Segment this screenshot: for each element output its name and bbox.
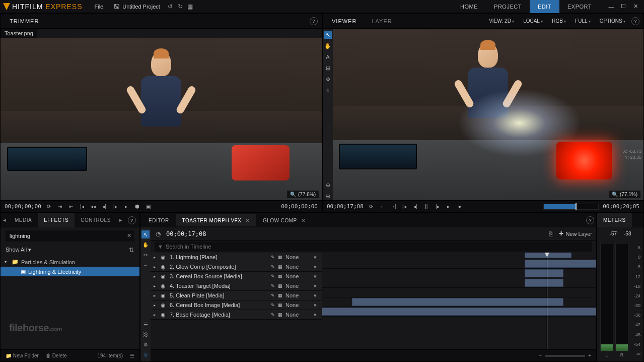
tab-comp-1[interactable]: TOASTER MORPH VFX✕ [176, 214, 256, 226]
menu-file[interactable]: File [89, 0, 108, 13]
layer-menu-icon[interactable]: ▾ [314, 264, 319, 270]
zoom-in-icon[interactable]: ⊕ [324, 192, 332, 200]
layer-menu-icon[interactable]: ▾ [314, 283, 319, 289]
undo-icon[interactable]: ↺ [165, 3, 175, 10]
layer-row[interactable]: ▸◉6. Cereal Box Image [Media]✎▦None▾ [151, 300, 322, 310]
step-back-icon[interactable]: ◂| [412, 203, 419, 210]
nav-home[interactable]: HOME [452, 0, 486, 13]
zoom-in-tl-icon[interactable]: + [588, 353, 591, 358]
edit-icon[interactable]: ✎ [271, 293, 275, 298]
mask-icon[interactable]: ▦ [278, 293, 282, 298]
slip-tool-icon[interactable]: ↔ [141, 261, 150, 269]
tree-item-selected[interactable]: ▣Lightning & Electricity [1, 267, 139, 276]
tab-controls[interactable]: CONTROLS [75, 213, 117, 227]
help-icon[interactable]: ? [631, 17, 639, 25]
marker-icon[interactable]: ⬢ [134, 203, 141, 210]
new-layer-button[interactable]: ✚New Layer [559, 230, 592, 237]
timeline-search-input[interactable] [155, 242, 592, 252]
help-icon[interactable]: ? [128, 216, 136, 224]
editor-timecode[interactable]: 00;00;17;08 [166, 230, 206, 237]
play-back-icon[interactable]: ◂| [101, 203, 108, 210]
zoom-out-icon[interactable]: ⊖ [324, 181, 332, 189]
visibility-icon[interactable]: ◉ [161, 254, 167, 261]
prev-frame-icon[interactable]: |◂ [79, 203, 86, 210]
orbit-tool-icon[interactable]: ○ [324, 86, 332, 94]
expand-icon[interactable]: ▸ [154, 284, 158, 288]
step-back-icon[interactable]: ◂◂ [90, 203, 97, 210]
options-menu[interactable]: OPTIONS [597, 17, 628, 25]
tab-media[interactable]: MEDIA [9, 213, 38, 227]
help-icon[interactable]: ? [310, 17, 318, 25]
layer-menu-icon[interactable]: ▾ [314, 254, 319, 261]
step-fwd-icon[interactable]: |▸ [434, 203, 441, 210]
blend-mode[interactable]: None [285, 312, 311, 318]
expand-icon[interactable]: ▸ [154, 313, 158, 317]
close-tab-icon[interactable]: ✕ [245, 218, 250, 223]
nav-project[interactable]: PROJECT [486, 0, 530, 13]
layer-row[interactable]: ▸◉7. Base Footage [Media]✎▦None▾ [151, 310, 322, 320]
zoom-out-tl-icon[interactable]: − [539, 353, 542, 358]
meters-tab[interactable]: METERS [597, 213, 632, 227]
move-tool-icon[interactable]: ✥ [324, 75, 332, 83]
export-icon[interactable]: ⎘ [547, 230, 554, 237]
visibility-icon[interactable]: ◉ [161, 292, 167, 299]
grid-icon[interactable]: ▦ [185, 3, 195, 10]
tracks-icon[interactable]: ☰ [141, 320, 150, 328]
tab-effects[interactable]: EFFECTS [38, 213, 75, 227]
settings-icon[interactable]: ⚙ [141, 340, 150, 348]
play-icon[interactable]: ▸ [123, 203, 130, 210]
visibility-icon[interactable]: ◉ [161, 302, 167, 309]
loop-icon[interactable]: ⟳ [45, 203, 52, 210]
expand-icon[interactable]: ▸ [154, 274, 158, 279]
grid-tool-icon[interactable]: ⊞ [324, 64, 332, 72]
view-mode[interactable]: VIEW: 2D [486, 17, 517, 25]
minimize-icon[interactable]: — [608, 3, 615, 10]
select-tool-icon[interactable]: ↖ [324, 31, 332, 39]
layer-menu-icon[interactable]: ▾ [314, 312, 319, 318]
layer-row[interactable]: ▸◉4. Toaster Target [Media]✎▦None▾ [151, 281, 322, 291]
close-icon[interactable]: ✕ [632, 3, 639, 10]
edit-icon[interactable]: ✎ [271, 303, 275, 308]
layer-menu-icon[interactable]: ▾ [314, 292, 319, 299]
viewer-zoom[interactable]: 🔍(77.1%) [609, 191, 640, 198]
mask-icon[interactable]: ▦ [278, 312, 282, 317]
nav-export[interactable]: EXPORT [559, 0, 600, 13]
range-icon[interactable]: ↔ [379, 203, 386, 210]
filter-dropdown[interactable]: Show All ▾ [6, 247, 125, 253]
loop-icon[interactable]: ⟳ [368, 203, 375, 210]
hand-tool-icon[interactable]: ✋ [141, 240, 150, 249]
expand-icon[interactable]: ▸ [154, 303, 158, 308]
expand-icon[interactable]: ▸ [154, 255, 158, 260]
new-folder-button[interactable]: 📁 New Folder [6, 353, 39, 358]
trimmer-tab[interactable]: TRIMMER [5, 16, 44, 26]
visibility-icon[interactable]: ◉ [161, 283, 167, 289]
step-fwd-icon[interactable]: |▸ [112, 203, 119, 210]
effects-search-input[interactable] [6, 230, 134, 242]
close-tab-icon[interactable]: ✕ [301, 218, 306, 223]
snap-icon[interactable]: ∪ [141, 350, 150, 358]
zoom-slider[interactable] [545, 355, 585, 357]
layer-row[interactable]: ▸◉1. Lightning [Plane]✎▦None▾ [151, 253, 322, 262]
list-view-icon[interactable]: ☰ [130, 353, 134, 358]
layer-row[interactable]: ▸◉2. Glow Comp [Composite]✎▦None▾ [151, 262, 322, 272]
nav-edit[interactable]: EDIT [530, 0, 559, 13]
blend-mode[interactable]: None [285, 283, 311, 289]
edit-icon[interactable]: ✎ [271, 274, 275, 279]
snapshot-icon[interactable]: ▣ [145, 203, 152, 210]
visibility-icon[interactable]: ◉ [161, 264, 167, 270]
slice-tool-icon[interactable]: ✂ [141, 251, 150, 259]
quality-mode[interactable]: FULL [572, 17, 594, 25]
pointer-tool-icon[interactable]: ↖ [141, 230, 150, 238]
blend-mode[interactable]: None [285, 292, 311, 298]
timeline[interactable]: ◁ ◇ ▷ ◆ ■ ◆ ◇ ◇ ⟋ Value Graph ⛶ [322, 253, 596, 349]
space-mode[interactable]: LOCAL [520, 17, 546, 25]
mask-icon[interactable]: ▦ [278, 264, 282, 269]
goto-start-icon[interactable]: |◂ [401, 203, 408, 210]
playhead[interactable] [547, 253, 547, 349]
layer-menu-icon[interactable]: ▾ [314, 273, 319, 280]
goto-end-icon[interactable]: →| [390, 203, 397, 210]
help-icon[interactable]: ? [586, 216, 594, 224]
blend-mode[interactable]: None [285, 302, 311, 308]
scrub-bar[interactable] [543, 204, 599, 210]
layer-row[interactable]: ▸◉5. Clean Plate [Media]✎▦None▾ [151, 291, 322, 300]
